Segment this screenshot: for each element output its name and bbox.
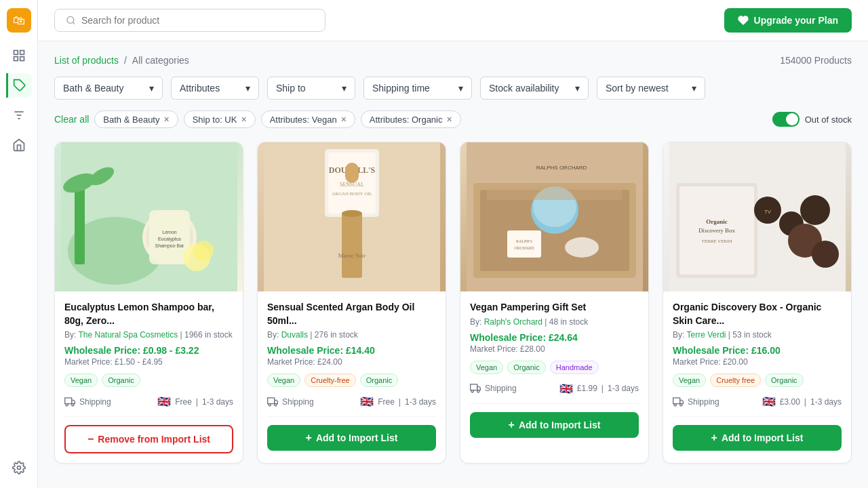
heart-icon [738,15,749,26]
breadcrumb-current: All categories [132,55,189,66]
import-icon: + [509,419,515,431]
flag-icon: 🇬🇧 [559,382,573,395]
product-card: Lemon Eucalyptus Shampoo Bar Eucalyptus … [54,142,243,464]
product-image: RALPH'S ORCHARD RALPHS ORCHARD [460,142,648,291]
market-price: Market Price: £20.00 [673,357,842,367]
clear-all-button[interactable]: Clear all [54,114,89,125]
svg-rect-3 [20,57,24,61]
svg-text:Organic: Organic [706,218,728,225]
sidebar-item-store[interactable] [7,133,31,157]
breadcrumb: List of products / All categories 154000… [54,55,852,66]
remove-ship-filter[interactable]: × [241,114,246,125]
import-icon: − [87,433,94,445]
shipping-row: Shipping 🇬🇧 £3.00 | 1-3 days [673,395,842,417]
product-card: DOUVALL'S SENSUAL ARGAN BODY OIL Maroc S… [257,142,446,464]
filter-tag-organic: Attributes: Organic × [361,110,461,128]
sidebar-item-filter[interactable] [7,103,31,127]
brand-link[interactable]: Terre Verdi [686,330,726,340]
product-tag: Handmade [550,361,599,374]
svg-text:Discovery Box: Discovery Box [698,227,735,234]
search-bar[interactable] [54,9,326,32]
sidebar: 🛍 [0,0,38,477]
product-count: 154000 Products [780,55,852,66]
product-image: Organic Discovery Box TERRE VERDI TV [663,142,851,291]
shipping-details: 🇬🇧 £1.99 | 1-3 days [559,382,639,395]
svg-point-56 [477,390,479,392]
search-icon [66,15,76,26]
truck-icon [64,396,75,407]
out-of-stock-toggle: Out of stock [772,112,852,127]
import-button[interactable]: + Add to Import List [470,412,639,438]
import-label: Add to Import List [316,432,398,443]
sidebar-item-products[interactable] [6,73,32,98]
remove-organic-filter[interactable]: × [446,114,452,125]
upgrade-button[interactable]: Upgrade your Plan [724,8,852,33]
svg-point-35 [342,210,362,217]
product-title: Vegan Pampering Gift Set [470,301,639,314]
svg-rect-36 [345,163,359,183]
brand-link[interactable]: The Natural Spa Cosmetics [78,330,178,340]
svg-point-8 [17,466,20,470]
ship-to-filter[interactable]: Ship to ▾ [267,77,355,100]
sort-filter[interactable]: Sort by newest ▾ [597,77,705,100]
svg-rect-69 [673,398,680,404]
shipping-row: Shipping 🇬🇧 Free | 1-3 days [267,395,436,417]
import-label: Add to Import List [722,432,804,443]
content-area: List of products / All categories 154000… [38,41,868,477]
product-tag: Organic [765,373,804,387]
stock-filter[interactable]: Stock availability ▾ [480,77,589,100]
svg-text:ARGAN BODY OIL: ARGAN BODY OIL [332,191,372,197]
category-filter[interactable]: Bath & Beauty ▾ [54,77,163,100]
filter-tag-vegan: Attributes: Vegan × [261,110,355,128]
flag-icon: 🇬🇧 [360,395,374,408]
remove-bath-filter[interactable]: × [163,114,169,125]
chevron-down-icon: ▾ [575,83,580,94]
header: Upgrade your Plan [38,0,868,41]
import-button[interactable]: + Add to Import List [673,425,842,451]
wholesale-price: Wholesale Price: £14.40 [267,345,436,356]
shipping-details: 🇬🇧 Free | 1-3 days [360,395,436,408]
import-button[interactable]: − Remove from Import List [64,425,233,453]
product-title: Sensual Scented Argan Body Oil 50ml... [267,301,436,327]
svg-rect-38 [268,398,275,404]
active-filters: Clear all Bath & Beauty × Ship to: UK × … [54,110,852,128]
attributes-filter[interactable]: Attributes ▾ [171,77,259,100]
svg-point-26 [66,403,68,405]
breadcrumb-list-link[interactable]: List of products [54,55,119,66]
shipping-row: Shipping 🇬🇧 £1.99 | 1-3 days [470,382,639,404]
svg-marker-25 [72,400,75,403]
search-input[interactable] [81,15,314,26]
svg-marker-39 [275,400,278,403]
import-button[interactable]: + Add to Import List [267,425,436,451]
product-card: Organic Discovery Box TERRE VERDI TV Org… [663,142,852,464]
tags-container: Vegan Organic Handmade [470,361,639,374]
svg-text:Eucalyptus: Eucalyptus [157,237,181,242]
tags-container: Vegan Cruelty free Organic [673,373,842,387]
product-grid: Lemon Eucalyptus Shampoo Bar Eucalyptus … [54,142,852,464]
remove-vegan-filter[interactable]: × [341,114,347,125]
svg-rect-47 [507,230,541,258]
svg-marker-70 [680,400,684,403]
breadcrumb-separator: / [124,55,127,66]
svg-text:RALPHS ORCHARD: RALPHS ORCHARD [536,165,587,171]
svg-rect-24 [65,398,72,404]
app-logo: 🛍 [7,8,31,33]
sidebar-item-dashboard[interactable] [7,43,31,68]
main-content: Upgrade your Plan List of products / All… [38,0,868,477]
brand-link[interactable]: Ralph's Orchard [484,317,542,327]
product-info: Vegan Pampering Gift Set By: Ralph's Orc… [460,291,648,447]
svg-point-66 [800,195,830,225]
svg-text:TV: TV [764,209,771,215]
product-info: Organic Discovery Box - Organic Skin Car… [663,291,851,460]
svg-line-10 [73,22,75,24]
product-tag: Cruelty free [710,373,761,387]
sidebar-item-settings[interactable] [7,455,31,477]
product-tag: Cruelty-free [304,373,355,387]
shipping-row: Shipping 🇬🇧 Free | 1-3 days [64,395,233,417]
svg-point-27 [72,403,74,405]
toggle-switch[interactable] [772,112,800,127]
brand-link[interactable]: Duvalls [281,330,308,340]
shipping-details: 🇬🇧 Free | 1-3 days [157,395,233,408]
svg-text:Maroc Soir: Maroc Soir [338,252,366,259]
shipping-time-filter[interactable]: Shipping time ▾ [363,77,472,100]
